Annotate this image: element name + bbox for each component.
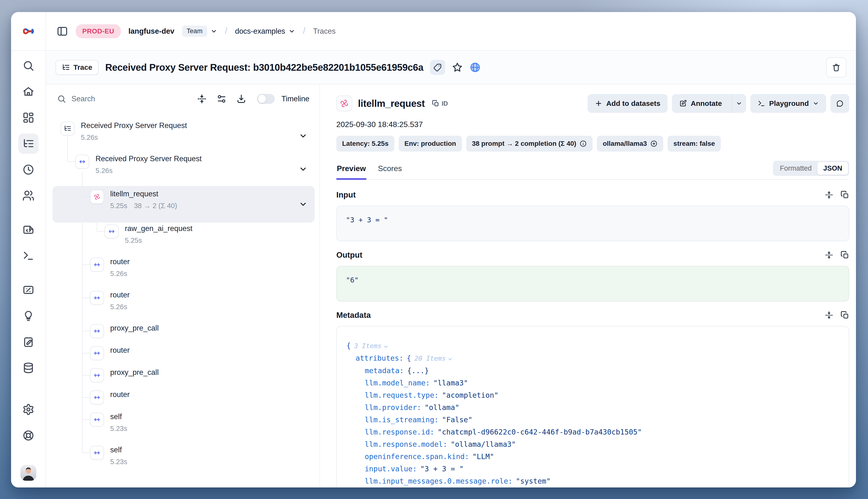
metadata-badge[interactable]: 38 prompt → 2 completion (Σ 40) (466, 136, 593, 151)
timeline-toggle[interactable] (257, 94, 275, 104)
tree-settings-button[interactable] (217, 94, 227, 104)
observation-label: router (110, 390, 315, 399)
chevron-down-icon[interactable] (299, 200, 307, 209)
tree-row[interactable]: router 5.26s (52, 256, 315, 289)
search-input[interactable] (72, 95, 191, 103)
annotate-main[interactable]: Annotate (672, 94, 728, 113)
output-section: Output "6" (336, 251, 849, 302)
tree-row[interactable]: proxy_pre_call (52, 322, 315, 344)
copy-icon[interactable] (841, 311, 849, 319)
observation-metrics: 5.26s (110, 303, 315, 311)
tree-row[interactable]: proxy_pre_call (52, 366, 315, 389)
settings-gear-icon[interactable] (22, 403, 35, 416)
tree-row[interactable]: router 5.26s (52, 289, 315, 322)
chevron-down-icon (210, 28, 217, 35)
download-button[interactable] (236, 94, 246, 104)
sessions-clock-icon[interactable] (22, 163, 35, 176)
dashboard-icon[interactable] (22, 111, 35, 124)
tree-row[interactable]: router (52, 389, 315, 411)
copy-id-button[interactable]: ID (432, 100, 448, 107)
observation-metrics: 5.23s (110, 425, 315, 433)
observation-type-icon (90, 324, 104, 338)
breadcrumb-separator: / (303, 26, 305, 36)
tree-row[interactable]: self 5.23s (52, 411, 315, 444)
json-key: llm.input_messages.0.message.role (365, 475, 516, 487)
copy-icon[interactable] (841, 251, 849, 259)
home-icon[interactable] (22, 85, 35, 98)
comment-button[interactable] (830, 94, 849, 113)
observation-label: Received Proxy Server Request (81, 122, 315, 130)
support-lifebuoy-icon[interactable] (22, 429, 35, 442)
tab-scores[interactable]: Scores (378, 164, 403, 179)
chevron-down-icon[interactable] (299, 165, 307, 173)
json-items-hint[interactable]: 3 Items (354, 340, 389, 352)
metadata-badge[interactable]: ollama/llama3 (597, 136, 663, 151)
json-items-hint[interactable]: 20 Items (415, 352, 453, 365)
add-to-datasets-button[interactable]: Add to datasets (587, 94, 668, 113)
breadcrumb-separator: / (225, 26, 227, 36)
json-row: llm.response.model "ollama/llama3" (346, 438, 839, 450)
playground-button[interactable]: Playground (750, 94, 826, 113)
list-tree-icon (62, 63, 70, 72)
collapse-vertical-icon[interactable] (825, 191, 833, 199)
org-name[interactable]: langfuse-dev (129, 27, 174, 36)
tracing-tree-icon[interactable] (18, 134, 38, 154)
observation-metrics: 5.25s (125, 236, 315, 244)
org-switcher[interactable]: Team (182, 25, 217, 37)
globe-icon (469, 62, 481, 73)
annotate-button[interactable]: Annotate (672, 94, 746, 113)
terminal-icon (758, 100, 765, 107)
tree-row[interactable]: self 5.23s (52, 444, 315, 477)
tag-button[interactable] (430, 60, 445, 75)
evaluation-percent-icon[interactable] (22, 284, 35, 296)
playground-terminal-icon[interactable] (22, 250, 35, 262)
format-toggle: Formatted JSON (773, 161, 849, 176)
project-switcher[interactable]: docs-examples (235, 27, 295, 36)
metadata-badge[interactable]: Latency: 5.25s (336, 136, 394, 151)
observation-label: proxy_pre_call (110, 368, 315, 377)
format-option-formatted[interactable]: Formatted (774, 162, 818, 175)
search-icon[interactable] (22, 59, 35, 72)
chevron-down-icon (383, 344, 389, 350)
page-name[interactable]: Traces (313, 27, 335, 36)
tree-row[interactable]: Received Proxy Server Request 5.26s (52, 120, 315, 153)
tree-row[interactable]: litellm_request 5.25s38 → 2 (Σ 40) (52, 186, 315, 222)
observation-tree: Received Proxy Server Request 5.26s Rece… (52, 120, 315, 487)
annotate-dropdown[interactable] (732, 94, 746, 113)
metadata-badge[interactable]: stream: false (668, 136, 721, 151)
sidebar-toggle-icon[interactable] (57, 25, 68, 37)
tree-connector-stub (82, 353, 90, 353)
langfuse-logo[interactable] (11, 12, 46, 51)
trace-type-badge[interactable]: Trace (56, 60, 98, 75)
bookmark-star-button[interactable] (452, 62, 463, 73)
user-avatar[interactable] (21, 465, 36, 481)
collapse-vertical-icon[interactable] (825, 311, 833, 319)
prompts-file-code-icon[interactable] (22, 223, 35, 236)
copy-icon[interactable] (841, 191, 849, 199)
datasets-database-icon[interactable] (22, 362, 35, 374)
annotation-clipboard-icon[interactable] (22, 336, 35, 348)
tree-row[interactable]: router (52, 344, 315, 366)
lightbulb-icon[interactable] (22, 310, 35, 322)
public-globe-button[interactable] (469, 62, 481, 73)
tree-row[interactable]: Received Proxy Server Request 5.26s (52, 153, 315, 186)
tree-connector-stub (82, 265, 90, 265)
json-row: llm.input_messages.0.message.role "syste… (346, 475, 839, 487)
observation-type-icon (90, 413, 104, 427)
delete-trace-button[interactable] (826, 57, 846, 77)
collapse-vertical-icon[interactable] (825, 251, 833, 259)
tree-row[interactable]: raw_gen_ai_request 5.25s (52, 222, 315, 256)
org-type-badge: Team (182, 25, 207, 37)
json-key: llm.model_name (365, 377, 433, 389)
tree-connector-stub (97, 231, 105, 232)
format-option-json[interactable]: JSON (818, 162, 848, 175)
tab-preview[interactable]: Preview (336, 164, 366, 179)
collapse-all-button[interactable] (197, 94, 207, 104)
chevron-down-icon[interactable] (299, 132, 307, 140)
detail-header: litellm_request ID Add to datasets (336, 94, 849, 113)
search-field[interactable] (57, 94, 191, 104)
copy-icon (432, 100, 439, 107)
users-icon[interactable] (22, 189, 35, 202)
metadata-badge[interactable]: Env: production (399, 136, 462, 151)
observation-label: proxy_pre_call (110, 324, 315, 332)
